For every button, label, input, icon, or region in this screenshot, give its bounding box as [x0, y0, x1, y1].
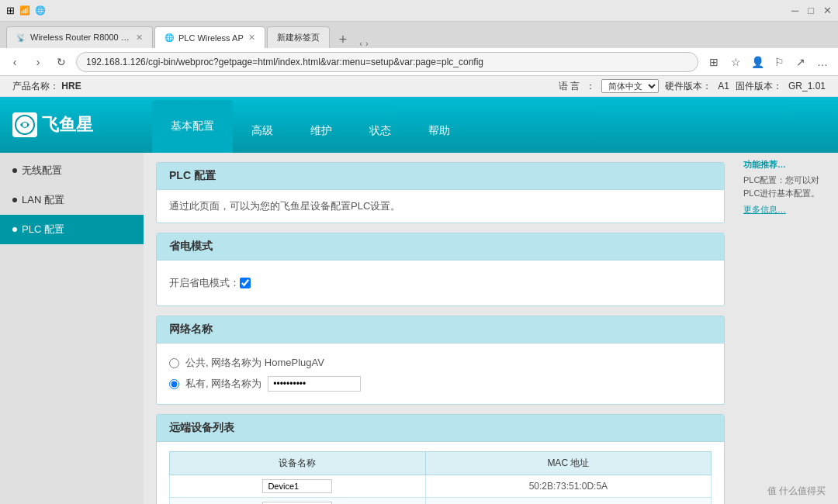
product-label: 产品名称： — [12, 81, 59, 91]
radio-public[interactable] — [169, 358, 179, 368]
network-section-header: 网络名称 — [157, 316, 724, 343]
router-topbar: 产品名称： HRE 语 言 ： 简体中文 硬件版本： A1 固件版本： GR_1… — [0, 76, 838, 97]
tab-2[interactable]: 🌐 PLC Wireless AP ✕ — [154, 26, 265, 48]
tab2-close[interactable]: ✕ — [248, 33, 255, 43]
sidebar-item-wireless[interactable]: 无线配置 — [0, 156, 144, 185]
toolbar-icons: ⊞ ☆ 👤 ⚐ ↗ … — [705, 53, 832, 71]
refresh-button[interactable]: ↻ — [53, 54, 70, 71]
mac-cell: 3C:47:11:44:0F:FD — [425, 498, 711, 505]
url-input[interactable] — [76, 52, 698, 72]
plc-section-header: PLC 配置 — [157, 163, 724, 190]
nav-maintenance[interactable]: 维护 — [292, 109, 351, 153]
logo-text: 飞鱼星 — [12, 112, 93, 137]
help-panel: 功能推荐… PLC配置：您可以对PLC进行基本配置。 更多信息… — [737, 153, 838, 504]
router-nav: 基本配置 高级 维护 状态 帮助 — [152, 97, 838, 153]
router-sidebar: 无线配置 LAN 配置 PLC 配置 — [0, 153, 144, 504]
topbar-right: 语 言 ： 简体中文 硬件版本： A1 固件版本： GR_1.01 — [559, 79, 826, 93]
bullet-plc — [12, 227, 17, 232]
table-row: 50:2B:73:51:0D:5A — [170, 475, 712, 498]
power-section-header: 省电模式 — [157, 233, 724, 261]
section-network: 网络名称 公共, 网络名称为 HomePlugAV 私有, 网络名称为 — [156, 316, 725, 405]
share-icon[interactable]: ↗ — [791, 53, 810, 71]
product-info: 产品名称： HRE — [12, 80, 81, 93]
tab1-favicon: 📡 — [16, 33, 26, 42]
sidebar-item-lan[interactable]: LAN 配置 — [0, 185, 144, 215]
minimize-icon[interactable]: ─ — [791, 5, 798, 16]
lang-separator: ： — [586, 80, 595, 93]
wifi-icon: 📶 — [19, 5, 30, 16]
network-section-body: 公共, 网络名称为 HomePlugAV 私有, 网络名称为 — [157, 343, 724, 404]
help-link[interactable]: 更多信息… — [743, 205, 786, 214]
tab-bar: 📡 Wireless Router R8000 - 网… ✕ 🌐 PLC Wir… — [0, 22, 838, 48]
logo-brand: 飞鱼星 — [42, 113, 93, 136]
devices-section-header: 远端设备列表 — [157, 415, 724, 442]
nav-basic[interactable]: 基本配置 — [152, 100, 233, 153]
tab1-close[interactable]: ✕ — [136, 33, 143, 43]
lang-select[interactable]: 简体中文 — [601, 79, 659, 93]
table-row: 3C:47:11:44:0F:FD — [170, 498, 712, 505]
devices-section-body: 设备名称 MAC 地址 50:2B:73:51:0D:5A 3C:47:11:4… — [157, 442, 724, 504]
device-table: 设备名称 MAC 地址 50:2B:73:51:0D:5A 3C:47:11:4… — [169, 451, 712, 504]
router-header: 飞鱼星 基本配置 高级 维护 状态 帮助 — [0, 97, 838, 153]
device-name-input[interactable] — [262, 479, 332, 493]
power-form-row: 开启省电模式： — [169, 276, 712, 290]
lang-label: 语 言 — [559, 80, 580, 93]
bullet-lan — [12, 198, 17, 202]
browser-chrome: ⊞ 📶 🌐 ─ □ ✕ 📡 Wireless Router R8000 - 网…… — [0, 0, 838, 76]
help-text: PLC配置：您可以对PLC进行基本配置。 — [743, 174, 832, 199]
mac-cell: 50:2B:73:51:0D:5A — [425, 475, 711, 498]
radio-private[interactable] — [169, 379, 179, 389]
back-button[interactable]: ‹ — [6, 54, 23, 71]
hw-value: A1 — [718, 81, 729, 91]
tab1-label: Wireless Router R8000 - 网… — [30, 32, 131, 43]
fw-value: GR_1.01 — [788, 81, 826, 91]
page-content: 产品名称： HRE 语 言 ： 简体中文 硬件版本： A1 固件版本： GR_1… — [0, 76, 838, 504]
router-main: 无线配置 LAN 配置 PLC 配置 PLC 配置 — [0, 153, 838, 504]
window-controls: ─ □ ✕ — [791, 5, 832, 16]
address-bar: ‹ › ↻ ⊞ ☆ 👤 ⚐ ↗ … — [0, 48, 838, 76]
tab3-label: 新建标签页 — [277, 32, 320, 43]
device-name-cell — [170, 475, 426, 498]
fw-label: 固件版本： — [736, 80, 782, 93]
sidebar-item-plc[interactable]: PLC 配置 — [0, 215, 144, 244]
hw-label: 硬件版本： — [665, 80, 712, 93]
power-checkbox[interactable] — [240, 278, 251, 288]
new-tab-button[interactable]: + — [331, 32, 355, 48]
power-label: 开启省电模式： — [169, 276, 240, 290]
forward-button[interactable]: › — [29, 54, 47, 71]
nav-advanced[interactable]: 高级 — [233, 109, 292, 153]
reader-icon[interactable]: ⊞ — [705, 53, 723, 71]
bullet-wireless — [12, 168, 17, 173]
nav-status[interactable]: 状态 — [351, 109, 410, 153]
logo-svg — [14, 114, 36, 136]
network-name-input[interactable] — [268, 376, 361, 392]
bookmark-icon[interactable]: ☆ — [726, 53, 745, 71]
close-icon[interactable]: ✕ — [823, 5, 832, 16]
router-content: PLC 配置 通过此页面，可以为您的飞鱼星设备配置PLC设置。 省电模式 开启省… — [144, 153, 737, 504]
network-radio-group: 公共, 网络名称为 HomePlugAV 私有, 网络名称为 — [169, 353, 712, 395]
section-plc: PLC 配置 通过此页面，可以为您的飞鱼星设备配置PLC设置。 — [156, 162, 725, 223]
nav-help[interactable]: 帮助 — [410, 109, 469, 153]
col-device: 设备名称 — [170, 452, 426, 475]
tab-1[interactable]: 📡 Wireless Router R8000 - 网… ✕ — [6, 26, 153, 48]
maximize-icon[interactable]: □ — [808, 5, 814, 16]
product-name: HRE — [61, 81, 81, 91]
router-ui: 产品名称： HRE 语 言 ： 简体中文 硬件版本： A1 固件版本： GR_1… — [0, 76, 838, 504]
title-bar: ⊞ 📶 🌐 ─ □ ✕ — [0, 0, 838, 22]
router-logo: 飞鱼星 — [12, 97, 152, 153]
hub-icon[interactable]: 👤 — [748, 53, 767, 71]
bottom-brand: 值 什么值得买 — [767, 485, 826, 498]
more-icon[interactable]: … — [813, 53, 832, 71]
help-title: 功能推荐… — [743, 159, 832, 171]
section-power: 省电模式 开启省电模式： — [156, 233, 725, 306]
radio-private-row: 私有, 网络名称为 — [169, 376, 712, 392]
title-bar-left: ⊞ 📶 🌐 — [6, 5, 46, 16]
tab-3[interactable]: 新建标签页 — [267, 26, 330, 48]
tab2-favicon: 🌐 — [164, 33, 174, 42]
radio-public-row: 公共, 网络名称为 HomePlugAV — [169, 356, 712, 370]
device-name-cell — [170, 498, 426, 505]
section-devices: 远端设备列表 设备名称 MAC 地址 — [156, 414, 725, 504]
logo-icon — [12, 112, 37, 137]
favorites-icon[interactable]: ⚐ — [770, 53, 788, 71]
radio-private-label: 私有, 网络名称为 — [185, 377, 261, 391]
